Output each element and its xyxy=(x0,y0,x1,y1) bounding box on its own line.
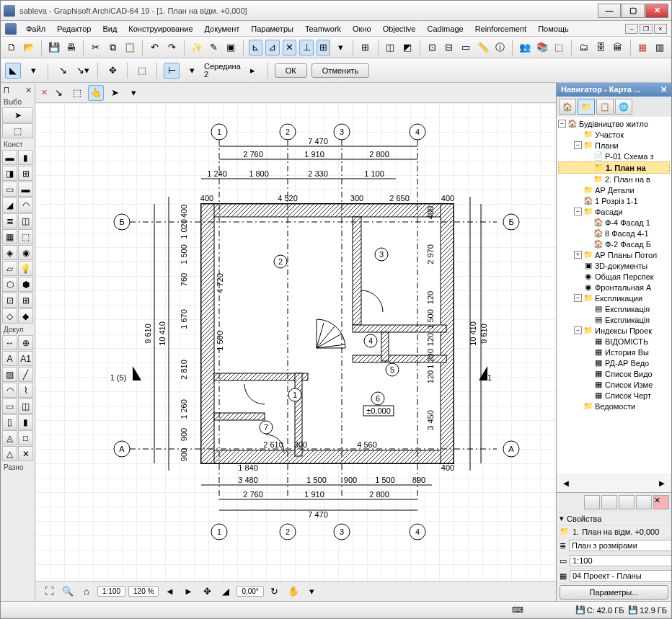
tree-toggle-icon[interactable]: − xyxy=(574,141,582,149)
redo-icon[interactable]: ↷ xyxy=(164,40,179,55)
tree-item[interactable]: 📁Ведомости xyxy=(558,401,670,411)
line-tool[interactable]: ╱ xyxy=(18,367,33,382)
sec-tool-2-icon[interactable]: ⬚ xyxy=(69,85,85,101)
publisher-icon[interactable]: 🏛 xyxy=(611,40,625,55)
paste-icon[interactable]: 📋 xyxy=(123,40,137,55)
menu-editor[interactable]: Редактор xyxy=(52,23,96,35)
pan-icon[interactable]: ✥ xyxy=(199,584,215,600)
sec-tool-3-icon[interactable]: 👆 xyxy=(88,85,104,101)
mdi-close-button[interactable]: × xyxy=(654,24,667,34)
menu-reinforcement[interactable]: Reinforcement xyxy=(470,23,532,35)
doc-tool-icon[interactable]: ▭ xyxy=(459,40,474,55)
navigator-tab-project[interactable]: 🏠 xyxy=(559,99,576,115)
save-icon[interactable]: 💾 xyxy=(47,40,61,55)
shell-tool[interactable]: ◠ xyxy=(18,197,33,213)
magic-wand-icon[interactable]: ✨ xyxy=(190,40,204,55)
navigator-tab-view[interactable]: 📁 xyxy=(578,99,595,115)
archicad-logo-icon[interactable] xyxy=(5,23,17,35)
tree-item[interactable]: ▦История Вы xyxy=(558,347,670,357)
copy-icon[interactable]: ⧉ xyxy=(106,40,120,55)
cursor-snap-3-icon[interactable]: ✕ xyxy=(283,40,297,55)
tree-item[interactable]: −📁Експликации xyxy=(558,293,670,303)
prop-set-field[interactable] xyxy=(570,570,672,582)
menu-view[interactable]: Вид xyxy=(97,23,122,35)
menu-objective[interactable]: Objective xyxy=(378,23,421,35)
tree-toggle-icon[interactable]: + xyxy=(574,251,582,259)
palette-1-icon[interactable]: ▦ xyxy=(636,40,650,55)
undo-icon[interactable]: ↶ xyxy=(148,40,162,55)
sec-tool-4-icon[interactable]: ➤ xyxy=(107,85,123,101)
level-dim-tool[interactable]: ⊕ xyxy=(18,335,33,350)
tree-item[interactable]: ▤Експликація xyxy=(558,314,670,325)
door-tool[interactable]: ◨ xyxy=(2,166,17,181)
menu-construction[interactable]: Конструирование xyxy=(123,23,198,35)
menu-cadimage[interactable]: Cadimage xyxy=(422,23,468,35)
arrow-tool[interactable]: ➤ xyxy=(2,107,33,123)
props-toggle-icon[interactable]: ▾ xyxy=(560,514,564,523)
sec-tool-5-icon[interactable]: ▾ xyxy=(125,85,141,101)
structure-tool[interactable]: ⊡ xyxy=(2,293,17,308)
cursor-snap-1-icon[interactable]: ⊾ xyxy=(249,40,263,55)
elevation-tool[interactable]: ▯ xyxy=(2,414,17,429)
marquee-tool-icon[interactable]: ⬚ xyxy=(134,63,150,79)
prop-layer-field[interactable] xyxy=(569,540,672,551)
cancel-button[interactable]: Отменить xyxy=(311,63,369,78)
nav-scroll-left-icon[interactable]: ◄ xyxy=(558,475,574,491)
tree-item[interactable]: ▦Список Черт xyxy=(558,390,670,401)
menu-file[interactable]: Файл xyxy=(21,23,50,35)
navigator-header[interactable]: Навигатор - Карта ... ✕ xyxy=(557,83,671,97)
tree-item[interactable]: 🏠Ф-2 Фасад Б xyxy=(558,239,670,249)
object-tool[interactable]: ◉ xyxy=(18,245,33,260)
tab-close-icon[interactable]: ✕ xyxy=(41,88,48,97)
fill-tool[interactable]: ▨ xyxy=(2,367,17,382)
parameters-button[interactable]: Параметры... xyxy=(560,585,668,600)
navigator-icon[interactable]: 🗂 xyxy=(577,40,591,55)
label-tool[interactable]: А1 xyxy=(18,351,33,366)
arrow-dropdown-icon[interactable]: ↘▾ xyxy=(75,63,91,79)
zoom-window-icon[interactable]: 🔍 xyxy=(60,584,76,600)
tree-item[interactable]: 📁2. План на в xyxy=(558,174,670,184)
new-file-icon[interactable]: 🗋 xyxy=(5,40,19,55)
arrow-mode-icon[interactable]: ↘ xyxy=(55,63,71,79)
teamwork-icon[interactable]: 👥 xyxy=(518,40,532,55)
menu-help[interactable]: Помощь xyxy=(533,23,574,35)
cut-icon[interactable]: ✂ xyxy=(89,40,103,55)
navigator-tab-publisher[interactable]: 🌐 xyxy=(615,99,632,115)
pan-hand-icon[interactable]: ✋ xyxy=(286,584,301,600)
tree-item[interactable]: ▦Список Видо xyxy=(558,368,670,379)
print-icon[interactable]: 🖶 xyxy=(64,40,79,55)
prop-tab-3[interactable] xyxy=(619,495,635,509)
navigator-tree[interactable]: − 🏠 Будівництво житло 📁Участок−📁Плани📄Р-… xyxy=(557,117,671,473)
navigator-tab-layout[interactable]: 📋 xyxy=(596,99,614,115)
tree-item[interactable]: 🏠1 Розріз 1-1 xyxy=(558,195,670,206)
trace-ref-icon[interactable]: ⊟ xyxy=(442,40,456,55)
column-tool[interactable]: ▮ xyxy=(18,150,33,165)
complex-tool[interactable]: ⬢ xyxy=(18,277,33,292)
prop-tab-4[interactable] xyxy=(636,495,652,509)
tree-item[interactable]: ◉Общая Перспек xyxy=(558,271,670,282)
hotspot-tool[interactable]: ✕ xyxy=(18,446,33,461)
label-1-tool[interactable]: ◇ xyxy=(2,308,17,324)
detail-tool[interactable]: ◬ xyxy=(2,430,17,445)
text-tool[interactable]: А xyxy=(2,351,17,366)
tree-item[interactable]: ▤Експликація xyxy=(558,303,670,314)
interior-tool[interactable]: ▮ xyxy=(18,414,33,429)
zoom-fit-icon[interactable]: ⛶ xyxy=(41,584,57,600)
window-close-button[interactable]: ✕ xyxy=(645,4,668,18)
curtain-wall-tool[interactable]: ▦ xyxy=(2,229,17,244)
polyline-tool[interactable]: ⌇ xyxy=(18,383,33,398)
tree-item[interactable]: −📁Фасади xyxy=(558,206,670,217)
menu-teamwork[interactable]: Teamwork xyxy=(300,23,346,35)
cursor-snap-5-icon[interactable]: ⊞ xyxy=(317,40,331,55)
zoom-field[interactable]: 120 % xyxy=(128,586,159,597)
snap-dropdown-icon[interactable]: ▾ xyxy=(184,63,200,79)
mdi-restore-button[interactable]: ❐ xyxy=(640,24,653,34)
window-tool[interactable]: ⊞ xyxy=(18,166,33,181)
zoom-home-icon[interactable]: ⌂ xyxy=(79,584,94,600)
change-tool[interactable]: △ xyxy=(2,446,17,461)
cursor-snap-4-icon[interactable]: ⊥ xyxy=(299,40,314,55)
zoom-next-icon[interactable]: ► xyxy=(180,584,196,600)
trace-icon[interactable]: ⊡ xyxy=(425,40,439,55)
tree-item[interactable]: −📁Индексы Проек xyxy=(558,325,670,336)
tree-root[interactable]: − 🏠 Будівництво житло xyxy=(558,118,670,129)
